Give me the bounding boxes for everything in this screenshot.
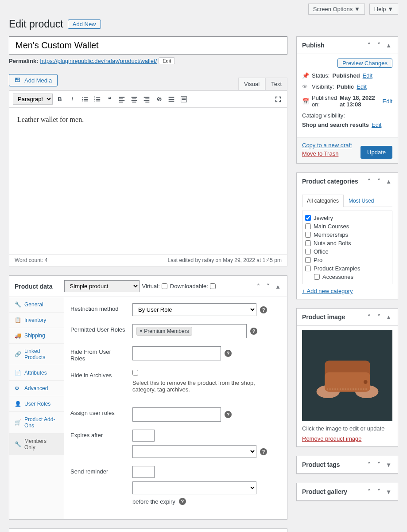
help-icon[interactable]: ? (179, 498, 186, 505)
panel-toggle-icon[interactable]: ▾ (384, 488, 392, 496)
category-list[interactable]: Jewelry Main Courses Memberships Nuts an… (302, 211, 392, 284)
product-type-select[interactable]: Simple product (64, 280, 140, 292)
link-icon[interactable] (154, 94, 164, 105)
virtual-checkbox[interactable] (162, 283, 167, 289)
tab-most-used[interactable]: Most Used (344, 195, 379, 207)
help-icon[interactable]: ? (250, 328, 257, 335)
hide-archives-checkbox[interactable] (132, 370, 138, 376)
send-reminder-label: Send reminder (70, 466, 127, 475)
tab-product-addons[interactable]: 🛒Product Add-Ons (9, 412, 64, 434)
restriction-method-select[interactable]: By User Role (132, 303, 256, 316)
panel-down-icon[interactable]: ˅ (375, 41, 383, 49)
panel-up-icon[interactable]: ˄ (254, 282, 262, 290)
help-icon[interactable]: ? (225, 350, 232, 357)
panel-toggle-icon[interactable]: ▴ (384, 177, 392, 185)
add-new-button[interactable]: Add New (68, 20, 101, 29)
edit-status-link[interactable]: Edit (363, 72, 372, 79)
tab-linked-products[interactable]: 🔗Linked Products (9, 344, 64, 365)
panel-up-icon[interactable]: ˄ (365, 461, 373, 469)
downloadable-checkbox[interactable] (210, 283, 216, 289)
assign-roles-input[interactable] (132, 407, 221, 422)
align-center-icon[interactable] (129, 94, 140, 105)
help-button[interactable]: Help ▼ (369, 4, 398, 15)
preview-changes-button[interactable]: Preview Changes (337, 59, 392, 68)
expires-unit-select[interactable] (132, 445, 256, 458)
add-media-button[interactable]: Add Media (9, 74, 58, 86)
reminder-value-input[interactable] (132, 466, 155, 478)
panel-toggle-icon[interactable]: ▴ (384, 313, 392, 321)
align-right-icon[interactable] (141, 94, 152, 105)
panel-toggle-icon[interactable]: ▴ (274, 282, 282, 290)
help-icon[interactable]: ? (260, 448, 267, 455)
italic-icon[interactable]: I (67, 94, 78, 105)
category-checkbox[interactable] (305, 215, 311, 221)
panel-up-icon[interactable]: ˄ (365, 177, 373, 185)
product-title-input[interactable] (9, 36, 287, 55)
word-count: Word count: 4 (15, 257, 48, 263)
fullscreen-icon[interactable] (273, 94, 283, 105)
tab-visual[interactable]: Visual (238, 78, 265, 90)
category-checkbox[interactable] (305, 257, 311, 263)
panel-down-icon[interactable]: ˅ (375, 461, 383, 469)
reminder-unit-select[interactable] (132, 481, 256, 494)
remove-image-link[interactable]: Remove product image (302, 435, 361, 442)
edit-visibility-link[interactable]: Edit (357, 83, 366, 90)
tab-all-categories[interactable]: All categories (302, 195, 344, 207)
edit-catalog-link[interactable]: Edit (372, 121, 381, 128)
category-checkbox[interactable] (305, 249, 311, 254)
role-tag[interactable]: × Premium Members (136, 327, 192, 336)
bullet-list-icon[interactable] (79, 94, 90, 105)
category-checkbox[interactable] (305, 223, 311, 229)
help-icon[interactable]: ? (225, 411, 232, 418)
copy-draft-link[interactable]: Copy to a new draft (302, 142, 352, 149)
tab-members-only[interactable]: 🔧Members Only (9, 434, 64, 455)
before-expiry-label: before the expiry (132, 498, 175, 505)
page-title: Edit product (9, 18, 63, 30)
format-select[interactable]: Paragraph (13, 94, 53, 105)
product-image-thumbnail[interactable] (302, 330, 392, 421)
toolbar-toggle-icon[interactable] (178, 94, 189, 105)
tab-text[interactable]: Text (265, 78, 287, 90)
product-image-heading: Product image (302, 313, 345, 321)
category-checkbox[interactable] (305, 266, 311, 271)
screen-options-button[interactable]: Screen Options ▼ (308, 4, 365, 15)
restriction-method-label: Restriction method (70, 303, 127, 312)
permalink-url[interactable]: https://pluginrepublic.dev/rafay/product… (40, 58, 157, 64)
svg-point-9 (363, 380, 367, 384)
panel-down-icon[interactable]: ˅ (375, 488, 383, 496)
tab-user-roles[interactable]: 👤User Roles (9, 396, 64, 412)
tab-general[interactable]: 🔧General (9, 297, 64, 313)
content-editor[interactable]: Leather wallet for men. (9, 108, 287, 254)
move-to-trash-link[interactable]: Move to Trash (302, 150, 352, 157)
panel-up-icon[interactable]: ˄ (365, 488, 373, 496)
tab-shipping[interactable]: 🚚Shipping (9, 328, 64, 344)
panel-toggle-icon[interactable]: ▾ (384, 461, 392, 469)
more-icon[interactable] (166, 94, 177, 105)
update-button[interactable]: Update (360, 146, 392, 159)
panel-down-icon[interactable]: ˅ (264, 282, 272, 290)
image-caption: Click the image to edit or update (302, 425, 392, 432)
hide-roles-input[interactable] (132, 346, 221, 360)
number-list-icon[interactable]: 123 (92, 94, 102, 105)
tab-advanced[interactable]: ⚙Advanced (9, 381, 64, 396)
tab-inventory[interactable]: 📋Inventory (9, 313, 64, 328)
help-icon[interactable]: ? (260, 306, 267, 313)
panel-toggle-icon[interactable]: ▴ (384, 41, 392, 49)
permalink-edit-button[interactable]: Edit (159, 57, 175, 64)
expires-value-input[interactable] (132, 430, 155, 442)
category-checkbox[interactable] (305, 240, 311, 246)
quote-icon[interactable]: ❝ (104, 94, 115, 105)
tab-attributes[interactable]: 📄Attributes (9, 365, 64, 381)
panel-up-icon[interactable]: ˄ (365, 313, 373, 321)
panel-down-icon[interactable]: ˅ (375, 313, 383, 321)
panel-down-icon[interactable]: ˅ (375, 177, 383, 185)
panel-up-icon[interactable]: ˄ (365, 41, 373, 49)
bold-icon[interactable]: B (54, 94, 65, 105)
eye-icon: 👁 (302, 83, 309, 90)
edit-date-link[interactable]: Edit (383, 98, 392, 105)
permitted-roles-input[interactable]: × Premium Members (132, 324, 247, 338)
align-left-icon[interactable] (116, 94, 127, 105)
category-checkbox[interactable] (305, 232, 311, 238)
add-category-link[interactable]: + Add new category (302, 288, 392, 294)
category-checkbox[interactable] (314, 274, 320, 280)
